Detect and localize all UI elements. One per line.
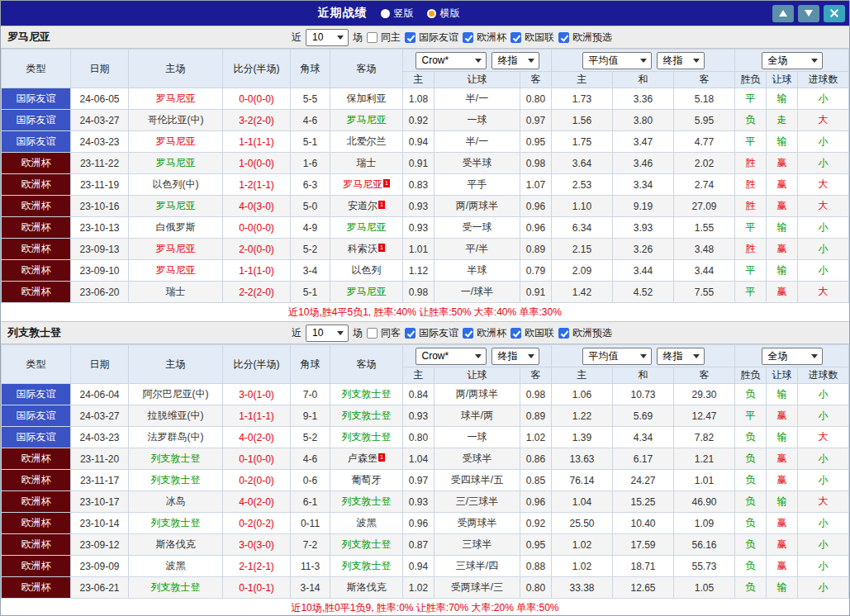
euro-away-odds-cell: 7.55 [674,282,735,303]
checkbox-label-text: 欧洲预选 [572,326,612,340]
average-odds-select[interactable]: 平均值 [582,52,652,69]
handicap-away-odds-cell: 0.88 [520,556,552,577]
bookmaker-select[interactable]: Crow* [416,348,487,365]
final-odds-select[interactable]: 终指 [491,52,539,69]
sub-header-euro-away: 客 [674,72,735,88]
match-count-select[interactable]: 10 [306,29,349,46]
chevron-down-icon [811,59,818,63]
handicap-line-cell: 受球半 [434,448,520,470]
home-team-cell: 白俄罗斯 [129,217,223,239]
result-cell: 胜 [735,153,767,174]
handicap-home-odds-cell: 0.93 [403,491,434,513]
handicap-result-cell: 赢 [767,174,798,196]
checkbox-label-text: 同主 [381,31,401,45]
euro-home-odds-cell: 25.50 [552,513,613,534]
chevron-down-icon [640,59,647,63]
match-row: 欧洲杯23-09-12斯洛伐克3-0(3-0)7-2列支敦士登0.87三球半0.… [2,534,849,556]
date-cell: 23-10-17 [71,491,129,513]
filter-eurocup-checkbox[interactable]: 欧洲杯 [463,326,506,340]
filter-friendly-checkbox[interactable]: 国际友谊 [405,326,458,340]
team-name: 卢森堡 [348,453,378,464]
team-name: 罗马尼亚 [156,92,196,104]
euro-draw-odds-cell: 3.80 [613,110,674,131]
team-name: 哥伦比亚(中) [148,114,204,126]
scroll-down-button[interactable] [798,5,819,22]
away-team-cell: 列支敦士登 [330,384,403,405]
scope-select[interactable]: 全场 [762,52,823,69]
team-name: 罗马尼亚 [343,178,382,190]
results-table-team2: 类型 日期 主场 比分(半场) 角球 客场 Crow* 终指 平均值 终指 [1,344,849,599]
close-button[interactable] [824,5,845,22]
team-name: 白俄罗斯 [156,221,196,233]
filter-eurocup-checkbox[interactable]: 欧洲杯 [463,31,506,45]
scope-select-value: 全场 [768,54,788,68]
sub-header-handicap-result: 让球 [767,367,798,384]
bookmaker-select[interactable]: Crow* [416,52,487,69]
team-name: 冰岛 [166,495,186,507]
away-team-cell: 罗马尼亚 [330,110,403,131]
handicap-line-cell: 受两球半/三 [434,577,520,599]
handicap-home-odds-cell: 0.91 [403,153,434,174]
away-team-cell: 安道尔1 [330,196,403,217]
team-title: 列支敦士登 [7,325,61,340]
match-row: 国际友谊24-03-27拉脱维亚(中)1-1(1-1)9-1列支敦士登0.93球… [2,405,849,427]
euro-draw-odds-cell: 3.36 [613,88,674,110]
handicap-away-odds-cell: 0.92 [520,513,552,534]
date-cell: 23-09-09 [71,556,129,577]
filter-nationsleague-checkbox[interactable]: 欧国联 [510,31,554,45]
competition-cell: 国际友谊 [2,131,71,153]
filter-nationsleague-checkbox[interactable]: 欧国联 [510,326,554,340]
filter-qualifier-checkbox[interactable]: 欧洲预选 [558,326,612,340]
average-odds-select[interactable]: 平均值 [582,348,652,365]
score-cell: 3-0(1-0) [223,384,291,405]
competition-cell: 国际友谊 [2,110,71,131]
home-team-cell: 列支敦士登 [129,577,223,599]
filter-friendly-checkbox[interactable]: 国际友谊 [405,31,458,45]
col-header-score: 比分(半场) [223,345,291,384]
competition-cell: 欧洲杯 [2,217,71,239]
handicap-away-odds-cell: 0.96 [520,217,552,239]
games-label: 场 [353,31,363,45]
team-name: 罗马尼亚 [156,264,196,276]
same-away-checkbox[interactable]: 同客 [367,326,401,340]
final-odds-select-2[interactable]: 终指 [657,348,705,365]
same-home-checkbox[interactable]: 同主 [367,31,401,45]
team-name: 拉脱维亚(中) [148,410,204,421]
competition-cell: 欧洲杯 [2,513,71,534]
score-cell: 4-0(2-0) [223,491,291,513]
handicap-result-cell: 输 [767,217,798,239]
layout-vertical-radio[interactable]: 竖版 [381,7,414,21]
home-team-cell: 罗马尼亚 [129,131,223,153]
score-cell: 0-1(0-0) [223,448,291,470]
corners-cell: 0-6 [291,470,330,491]
score-cell: 0-1(0-1) [223,577,291,599]
competition-cell: 国际友谊 [2,88,71,110]
score-cell: 3-0(3-0) [223,534,291,556]
team-name: 斯洛伐克 [347,581,387,593]
filter-qualifier-checkbox[interactable]: 欧洲预选 [558,31,612,45]
team-name: 列支敦士登 [342,410,392,421]
layout-horizontal-radio[interactable]: 横版 [427,7,460,21]
col-header-home: 主场 [129,50,223,88]
team-name: 列支敦士登 [342,431,392,443]
team-title: 罗马尼亚 [7,30,50,45]
match-count-value: 10 [312,31,323,43]
checkbox-checked-icon [405,328,416,339]
arrow-up-icon [779,10,787,17]
final-odds-select[interactable]: 终指 [491,348,539,365]
away-team-cell: 北爱尔兰 [330,131,403,153]
scope-select[interactable]: 全场 [762,348,823,365]
goals-result-cell: 小 [798,513,849,534]
final-odds-select-2[interactable]: 终指 [657,52,705,69]
euro-home-odds-cell: 2.09 [552,260,613,282]
euro-draw-odds-cell: 4.34 [613,427,674,448]
corners-cell: 11-3 [291,556,330,577]
scroll-up-button[interactable] [772,5,794,22]
euro-away-odds-cell: 1.09 [674,513,735,534]
match-count-select[interactable]: 10 [306,325,349,342]
euro-draw-odds-cell: 5.69 [613,405,674,427]
handicap-line-cell: 受半球 [434,153,520,174]
handicap-home-odds-cell: 1.12 [403,260,434,282]
euro-away-odds-cell: 1.55 [674,217,735,239]
score-cell: 1-1(1-1) [223,131,291,153]
